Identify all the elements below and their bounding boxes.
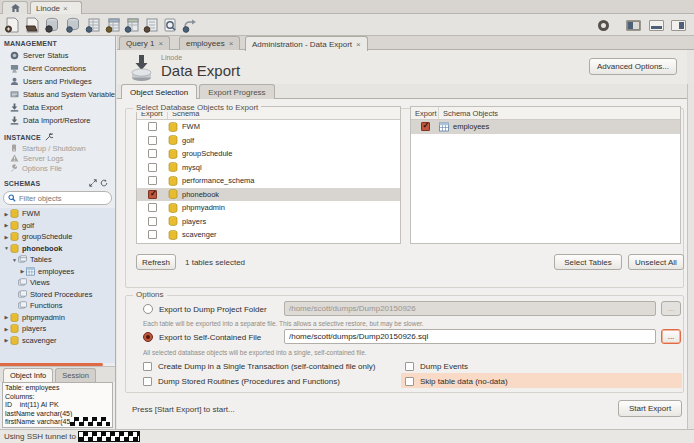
export-checkbox[interactable] — [148, 122, 157, 131]
tab-query-1[interactable]: Query 1× — [119, 36, 170, 50]
chevron-right-icon[interactable]: ▶ — [3, 234, 10, 240]
create-procedure-icon[interactable] — [143, 17, 159, 33]
search-objects-icon[interactable] — [162, 17, 178, 33]
skip-table-data-checkbox[interactable] — [405, 377, 414, 386]
toggle-bottom-panel-icon[interactable] — [649, 20, 664, 31]
connection-tab-linode[interactable]: Linode × — [30, 1, 82, 14]
new-sql-tab-icon[interactable] — [4, 17, 20, 33]
tab-object-info[interactable]: Object Info — [3, 368, 53, 382]
tree-item-phonebook[interactable]: ▼phonebook — [0, 243, 115, 255]
advanced-options-button[interactable]: Advanced Options... — [589, 58, 677, 75]
dump-events-option[interactable]: Dump Events — [405, 360, 468, 373]
export-checkbox[interactable] — [148, 136, 157, 145]
select-tables-button[interactable]: Select Tables — [554, 254, 622, 270]
create-view-icon[interactable] — [124, 17, 140, 33]
expand-panel-icon[interactable] — [89, 179, 97, 187]
stored-routines-checkbox[interactable] — [143, 377, 152, 386]
vertical-scrollbar[interactable] — [687, 84, 694, 429]
schema-filter-box[interactable] — [3, 191, 112, 205]
create-table-icon[interactable] — [105, 17, 121, 33]
sidebar-item-client-connections[interactable]: Client Connections — [0, 62, 115, 75]
tree-item-tables[interactable]: ▼Tables — [0, 254, 115, 266]
tree-item-phpmyadmin[interactable]: ▶phpmyadmin — [0, 312, 115, 324]
toggle-left-panel-icon[interactable] — [626, 20, 641, 31]
close-icon[interactable]: × — [356, 40, 361, 49]
self-contained-file-option[interactable]: Export to Self-Contained File — [143, 330, 261, 344]
create-schema-icon[interactable] — [85, 17, 101, 33]
sidebar-item-startup-shutdown[interactable]: Startup / Shutdown — [0, 143, 115, 153]
dump-project-folder-option[interactable]: Export to Dump Project Folder — [143, 302, 267, 316]
sidebar-item-data-export[interactable]: Data Export — [0, 101, 115, 114]
chevron-right-icon[interactable]: ▶ — [19, 268, 26, 274]
tab-employees[interactable]: employees× — [179, 36, 240, 50]
export-checkbox[interactable] — [148, 203, 157, 212]
toggle-right-panel-icon[interactable] — [671, 20, 686, 31]
table-row[interactable]: performance_schema — [137, 174, 400, 188]
tab-administration-data-export[interactable]: Administration - Data Export× — [245, 36, 368, 51]
stored-routines-option[interactable]: Dump Stored Routines (Procedures and Fun… — [143, 375, 340, 388]
chevron-right-icon[interactable]: ▶ — [3, 314, 10, 320]
self-contained-path-input[interactable] — [284, 329, 656, 344]
table-row[interactable]: scavenger — [137, 228, 400, 242]
chevron-down-icon[interactable]: ▼ — [11, 257, 18, 263]
tree-item-functions[interactable]: Functions — [0, 300, 115, 312]
tree-item-stored-procedures[interactable]: Stored Procedures — [0, 289, 115, 301]
reconnect-server-icon[interactable] — [182, 17, 198, 33]
tab-object-selection[interactable]: Object Selection — [121, 84, 197, 99]
tree-item-players[interactable]: ▶players — [0, 323, 115, 335]
export-checkbox-checked[interactable] — [421, 122, 430, 131]
close-icon[interactable]: × — [158, 39, 163, 48]
close-icon[interactable]: × — [229, 39, 234, 48]
server-database-icon[interactable] — [65, 17, 81, 33]
export-checkbox[interactable] — [148, 176, 157, 185]
tree-item-fwm[interactable]: ▶FWM — [0, 208, 115, 220]
single-transaction-option[interactable]: Create Dump in a Single Transaction (sel… — [143, 360, 375, 373]
browse-file-button[interactable]: ... — [661, 329, 681, 344]
sidebar-item-data-import[interactable]: Data Import/Restore — [0, 114, 115, 127]
tree-item-golf[interactable]: ▶golf — [0, 220, 115, 232]
single-transaction-checkbox[interactable] — [143, 362, 152, 371]
chevron-right-icon[interactable]: ▶ — [3, 211, 10, 217]
tree-item-groupschedule[interactable]: ▶groupSchedule — [0, 231, 115, 243]
refresh-schemas-icon[interactable] — [100, 179, 108, 187]
schema-filter-input[interactable] — [19, 194, 99, 203]
table-row-selected[interactable]: phonebook — [137, 188, 400, 202]
export-checkbox[interactable] — [148, 149, 157, 158]
dump-events-checkbox[interactable] — [405, 362, 414, 371]
sidebar-item-options-file[interactable]: Options File — [0, 163, 115, 173]
tree-item-views[interactable]: Views — [0, 277, 115, 289]
export-checkbox[interactable] — [148, 163, 157, 172]
table-row[interactable]: mysql — [137, 161, 400, 175]
chevron-down-icon[interactable]: ▼ — [3, 245, 10, 251]
table-row-selected[interactable]: employees — [411, 120, 680, 134]
chevron-right-icon[interactable]: ▶ — [3, 222, 10, 228]
chevron-right-icon[interactable]: ▶ — [3, 337, 10, 343]
sidebar-item-server-logs[interactable]: Server Logs — [0, 153, 115, 163]
table-row[interactable]: FWM — [137, 120, 400, 134]
start-export-button[interactable]: Start Export — [618, 400, 682, 417]
sidebar-item-status-system-variables[interactable]: Status and System Variables — [0, 88, 115, 101]
sidebar-item-users-privileges[interactable]: Users and Privileges — [0, 75, 115, 88]
chevron-right-icon[interactable]: ▶ — [3, 326, 10, 332]
table-row[interactable]: groupSchedule — [137, 147, 400, 161]
close-icon[interactable]: × — [63, 4, 68, 13]
table-row[interactable]: players — [137, 215, 400, 229]
table-row[interactable]: golf — [137, 134, 400, 148]
donut-icon[interactable] — [598, 20, 609, 31]
tree-item-employees[interactable]: ▶employees — [0, 266, 115, 278]
open-sql-script-icon[interactable] — [24, 17, 40, 33]
export-checkbox[interactable] — [148, 217, 157, 226]
skip-table-data-option[interactable]: Skip table data (no-data) — [405, 375, 508, 388]
home-tab[interactable] — [2, 1, 28, 14]
unselect-all-button[interactable]: Unselect All — [628, 254, 684, 270]
tree-item-scavenger[interactable]: ▶scavenger — [0, 335, 115, 347]
tab-export-progress[interactable]: Export Progress — [199, 84, 274, 99]
refresh-button[interactable]: Refresh — [136, 254, 176, 270]
radio-dump-project-folder[interactable] — [143, 304, 153, 314]
sidebar-item-server-status[interactable]: Server Status — [0, 49, 115, 62]
export-checkbox[interactable] — [148, 230, 157, 239]
tab-session[interactable]: Session — [55, 368, 96, 382]
new-connection-icon[interactable] — [44, 17, 60, 33]
table-row[interactable]: phpmyadmin — [137, 201, 400, 215]
export-checkbox-checked[interactable] — [148, 190, 157, 199]
